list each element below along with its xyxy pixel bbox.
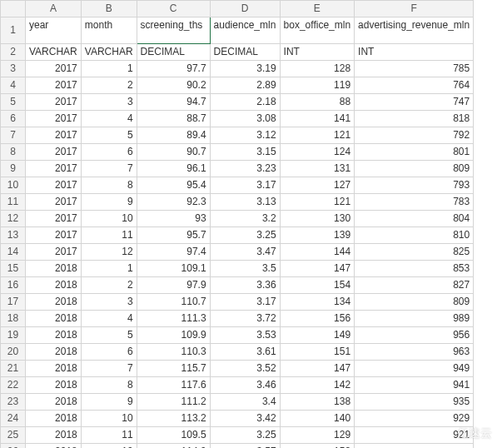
cell-A15[interactable]: 2018 <box>26 261 82 277</box>
cell-A14[interactable]: 2017 <box>26 244 82 261</box>
cell-A17[interactable]: 2018 <box>26 294 82 311</box>
cell-D2[interactable]: DECIMAL <box>210 44 280 61</box>
cell-B2[interactable]: VARCHAR <box>81 44 137 61</box>
cell-E4[interactable]: 119 <box>280 77 355 94</box>
cell-F7[interactable]: 792 <box>355 127 474 144</box>
row-header-15[interactable]: 15 <box>1 261 26 277</box>
cell-C9[interactable]: 96.1 <box>137 161 210 177</box>
row-header-13[interactable]: 13 <box>1 227 26 244</box>
select-all-corner[interactable] <box>1 1 26 17</box>
cell-A21[interactable]: 2018 <box>26 361 82 377</box>
row-header-6[interactable]: 6 <box>1 111 26 127</box>
cell-D21[interactable]: 3.52 <box>210 361 280 377</box>
cell-A16[interactable]: 2018 <box>26 277 82 294</box>
cell-B1[interactable]: month <box>81 17 137 44</box>
cell-B20[interactable]: 6 <box>81 344 137 361</box>
cell-E11[interactable]: 121 <box>280 194 355 211</box>
cell-D14[interactable]: 3.47 <box>210 244 280 261</box>
cell-B25[interactable]: 11 <box>81 427 137 444</box>
cell-A13[interactable]: 2017 <box>26 227 82 244</box>
row-header-17[interactable]: 17 <box>1 294 26 311</box>
cell-C2[interactable]: DECIMAL <box>137 44 210 61</box>
cell-A10[interactable]: 2017 <box>26 177 82 194</box>
cell-B7[interactable]: 5 <box>81 127 137 144</box>
cell-A19[interactable]: 2018 <box>26 327 82 344</box>
cell-B21[interactable]: 7 <box>81 361 137 377</box>
cell-D1[interactable]: audience_mln <box>210 17 280 44</box>
row-header-4[interactable]: 4 <box>1 77 26 94</box>
cell-D25[interactable]: 3.25 <box>210 427 280 444</box>
cell-B15[interactable]: 1 <box>81 261 137 277</box>
cell-E1[interactable]: box_office_mln <box>280 17 355 44</box>
cell-E14[interactable]: 144 <box>280 244 355 261</box>
cell-A3[interactable]: 2017 <box>26 61 82 77</box>
cell-E20[interactable]: 151 <box>280 344 355 361</box>
cell-B26[interactable]: 12 <box>81 444 137 449</box>
cell-F8[interactable]: 801 <box>355 144 474 161</box>
cell-A26[interactable]: 2018 <box>26 444 82 449</box>
cell-C18[interactable]: 111.3 <box>137 311 210 327</box>
cell-D5[interactable]: 2.18 <box>210 94 280 111</box>
cell-B17[interactable]: 3 <box>81 294 137 311</box>
cell-C12[interactable]: 93 <box>137 211 210 227</box>
cell-F18[interactable]: 989 <box>355 311 474 327</box>
cell-D8[interactable]: 3.15 <box>210 144 280 161</box>
cell-B18[interactable]: 4 <box>81 311 137 327</box>
cell-E17[interactable]: 134 <box>280 294 355 311</box>
cell-A5[interactable]: 2017 <box>26 94 82 111</box>
cell-B11[interactable]: 9 <box>81 194 137 211</box>
spreadsheet-grid[interactable]: A B C D E F 1 year month screening_ths a… <box>0 0 474 448</box>
cell-D6[interactable]: 3.08 <box>210 111 280 127</box>
cell-A8[interactable]: 2017 <box>26 144 82 161</box>
cell-E23[interactable]: 138 <box>280 394 355 411</box>
row-header-3[interactable]: 3 <box>1 61 26 77</box>
cell-D19[interactable]: 3.53 <box>210 327 280 344</box>
cell-F20[interactable]: 963 <box>355 344 474 361</box>
cell-E24[interactable]: 140 <box>280 411 355 427</box>
cell-A4[interactable]: 2017 <box>26 77 82 94</box>
row-header-1[interactable]: 1 <box>1 17 26 44</box>
cell-C14[interactable]: 97.4 <box>137 244 210 261</box>
cell-B9[interactable]: 7 <box>81 161 137 177</box>
row-header-2[interactable]: 2 <box>1 44 26 61</box>
cell-F11[interactable]: 783 <box>355 194 474 211</box>
cell-C5[interactable]: 94.7 <box>137 94 210 111</box>
cell-E6[interactable]: 141 <box>280 111 355 127</box>
cell-C21[interactable]: 115.7 <box>137 361 210 377</box>
cell-A11[interactable]: 2017 <box>26 194 82 211</box>
cell-E10[interactable]: 127 <box>280 177 355 194</box>
cell-C23[interactable]: 111.2 <box>137 394 210 411</box>
cell-D17[interactable]: 3.17 <box>210 294 280 311</box>
cell-A12[interactable]: 2017 <box>26 211 82 227</box>
cell-B19[interactable]: 5 <box>81 327 137 344</box>
cell-C15[interactable]: 109.1 <box>137 261 210 277</box>
cell-B13[interactable]: 11 <box>81 227 137 244</box>
cell-D24[interactable]: 3.42 <box>210 411 280 427</box>
row-header-12[interactable]: 12 <box>1 211 26 227</box>
cell-D4[interactable]: 2.89 <box>210 77 280 94</box>
cell-C24[interactable]: 113.2 <box>137 411 210 427</box>
cell-F17[interactable]: 809 <box>355 294 474 311</box>
row-header-14[interactable]: 14 <box>1 244 26 261</box>
cell-B23[interactable]: 9 <box>81 394 137 411</box>
cell-F1[interactable]: advertising_revenue_mln <box>355 17 474 44</box>
cell-E2[interactable]: INT <box>280 44 355 61</box>
cell-E16[interactable]: 154 <box>280 277 355 294</box>
cell-D15[interactable]: 3.5 <box>210 261 280 277</box>
col-header-E[interactable]: E <box>280 1 355 17</box>
row-header-19[interactable]: 19 <box>1 327 26 344</box>
cell-C1[interactable]: screening_ths <box>137 17 210 44</box>
cell-F15[interactable]: 853 <box>355 261 474 277</box>
cell-E22[interactable]: 142 <box>280 377 355 394</box>
cell-A9[interactable]: 2017 <box>26 161 82 177</box>
cell-C26[interactable]: 114.9 <box>137 444 210 449</box>
row-header-21[interactable]: 21 <box>1 361 26 377</box>
cell-D22[interactable]: 3.46 <box>210 377 280 394</box>
cell-C25[interactable]: 109.5 <box>137 427 210 444</box>
cell-E13[interactable]: 139 <box>280 227 355 244</box>
cell-C4[interactable]: 90.2 <box>137 77 210 94</box>
cell-D20[interactable]: 3.61 <box>210 344 280 361</box>
cell-B10[interactable]: 8 <box>81 177 137 194</box>
cell-A23[interactable]: 2018 <box>26 394 82 411</box>
cell-A7[interactable]: 2017 <box>26 127 82 144</box>
